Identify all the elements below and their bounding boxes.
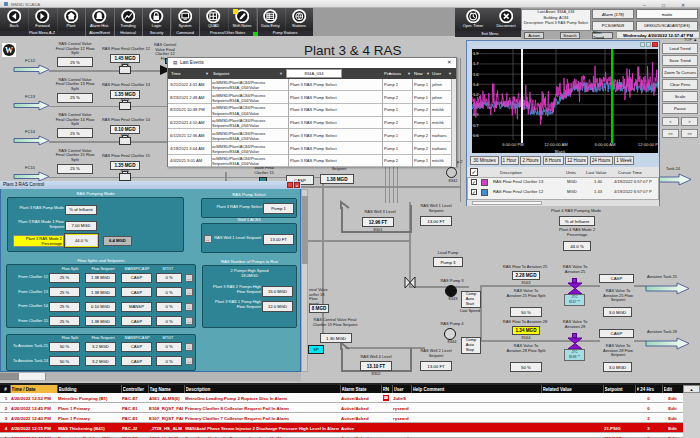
svg-text:0.6: 0.6 bbox=[473, 133, 479, 138]
svg-text:Blank: Blank bbox=[555, 149, 566, 154]
svg-text:6:00:00 PM: 6:00:00 PM bbox=[502, 142, 524, 147]
svg-text:1.2: 1.2 bbox=[473, 92, 479, 97]
svg-text:1.4: 1.4 bbox=[473, 82, 479, 87]
svg-text:12:00:00 AM: 12:00:00 AM bbox=[544, 142, 568, 147]
svg-text:6:00:00 AM: 6:00:00 AM bbox=[594, 142, 616, 147]
svg-text:0.7: 0.7 bbox=[473, 123, 479, 128]
svg-text:1.7: 1.7 bbox=[473, 61, 479, 66]
svg-text:1.9: 1.9 bbox=[473, 51, 479, 56]
svg-text:12:00:00 P: 12:00:00 P bbox=[638, 142, 658, 147]
svg-text:1.6: 1.6 bbox=[473, 72, 479, 77]
